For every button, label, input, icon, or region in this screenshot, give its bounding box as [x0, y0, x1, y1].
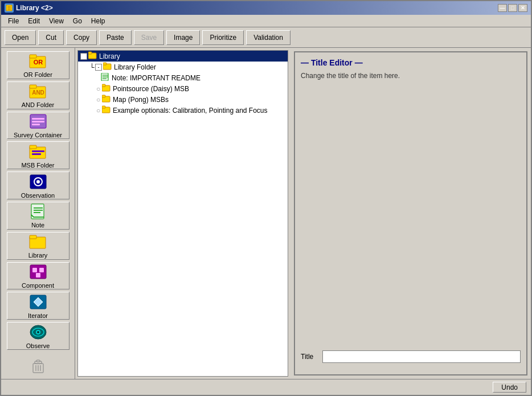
- menu-go[interactable]: Go: [68, 16, 87, 26]
- title-editor-description: Change the title of the item here.: [301, 72, 521, 80]
- window-controls: — □ ✕: [498, 4, 527, 12]
- msb-folder-label: MSB Folder: [21, 162, 54, 169]
- survey-container-button[interactable]: Survey Container: [7, 112, 69, 140]
- copy-button[interactable]: Copy: [66, 30, 97, 45]
- svg-rect-38: [36, 360, 40, 362]
- tree-panel[interactable]: - Library └ - Library Folder No: [77, 50, 288, 377]
- menu-file[interactable]: File: [3, 16, 23, 26]
- iterator-icon: [29, 293, 47, 311]
- or-folder-button[interactable]: OR OR Folder: [7, 51, 69, 79]
- tree-item-label: Note: IMPORTANT README: [112, 74, 200, 82]
- minimize-button[interactable]: —: [498, 4, 507, 12]
- observation-button[interactable]: Observation: [7, 172, 69, 199]
- save-button[interactable]: Save: [134, 30, 164, 45]
- svg-rect-13: [32, 124, 40, 125]
- svg-text:OR: OR: [33, 59, 43, 66]
- library-root-expander[interactable]: -: [80, 53, 87, 60]
- library-root-icon: [88, 51, 97, 61]
- and-folder-button[interactable]: AND AND Folder: [7, 81, 69, 109]
- svg-rect-29: [39, 268, 44, 272]
- observation-icon: [29, 173, 47, 191]
- svg-rect-26: [30, 235, 36, 239]
- observe-label: Observe: [26, 342, 50, 349]
- toolbar: Open Cut Copy Paste Save Image Prioritiz…: [1, 27, 531, 48]
- title-field-row: Title: [301, 350, 521, 363]
- survey-container-label: Survey Container: [14, 132, 62, 138]
- window-title: Library <2>: [16, 4, 53, 12]
- component-button[interactable]: Component: [7, 262, 69, 290]
- tree-item-label: Map (Pong) MSBs: [113, 96, 169, 104]
- menu-view[interactable]: View: [44, 16, 68, 26]
- main-area: OR OR Folder AND AND Folder: [1, 48, 531, 379]
- iterator-button[interactable]: Iterator: [7, 292, 69, 320]
- note-label: Note: [31, 222, 44, 228]
- svg-rect-1: [7, 6, 11, 7]
- svg-rect-5: [30, 55, 36, 58]
- observe-icon: [29, 323, 47, 341]
- library-folder-expander[interactable]: -: [95, 64, 102, 71]
- tree-item-label: Example optionals: Calibration, Pointing…: [113, 107, 268, 115]
- tree-item-library-folder[interactable]: └ - Library Folder: [78, 62, 288, 72]
- svg-rect-45: [103, 63, 107, 65]
- tree-item-library-root[interactable]: - Library: [78, 51, 288, 62]
- library-folder-icon: [103, 62, 112, 72]
- tree-item-pointsource[interactable]: ○ Pointsource (Daisy) MSB: [78, 83, 288, 94]
- title-bar: Library <2> — □ ✕: [1, 1, 531, 15]
- svg-rect-2: [7, 8, 11, 9]
- component-icon: [29, 263, 47, 281]
- svg-point-35: [37, 331, 39, 333]
- component-label: Component: [22, 282, 54, 289]
- msb-folder-button[interactable]: MSB Folder: [7, 141, 69, 169]
- title-input[interactable]: [322, 350, 521, 363]
- library-icon: [29, 232, 47, 251]
- svg-rect-43: [88, 52, 92, 54]
- menu-bar: File Edit View Go Help: [1, 15, 531, 27]
- svg-rect-16: [32, 150, 44, 152]
- observe-button[interactable]: Observe: [7, 322, 69, 350]
- iterator-label: Iterator: [28, 312, 48, 319]
- validation-button[interactable]: Validation: [246, 30, 290, 45]
- survey-container-icon: [29, 112, 47, 130]
- title-editor-heading: — Title Editor —: [301, 58, 521, 67]
- svg-rect-30: [36, 273, 40, 277]
- undo-button[interactable]: Undo: [493, 382, 526, 393]
- or-folder-icon: OR: [29, 52, 47, 70]
- msb-folder-icon: [29, 142, 47, 161]
- tree-bullet: ○: [96, 96, 102, 104]
- pointsource-icon: [102, 84, 111, 93]
- tree-item-map-pong[interactable]: ○ Map (Pong) MSBs: [78, 94, 288, 105]
- menu-help[interactable]: Help: [87, 16, 110, 26]
- open-button[interactable]: Open: [5, 30, 36, 45]
- paste-button[interactable]: Paste: [99, 30, 132, 45]
- app-icon: [5, 3, 14, 13]
- tree-item-note-readme[interactable]: Note: IMPORTANT README: [78, 72, 288, 83]
- tree-item-label: Library: [99, 52, 120, 60]
- example-optionals-icon: [102, 105, 111, 115]
- close-button[interactable]: ✕: [518, 4, 527, 12]
- note-button[interactable]: Note: [7, 202, 69, 230]
- sidebar: OR OR Folder AND AND Folder: [1, 48, 75, 379]
- trash-icon: [30, 352, 46, 375]
- right-panel: — Title Editor — Change the title of the…: [290, 48, 531, 379]
- cut-button[interactable]: Cut: [38, 30, 64, 45]
- menu-edit[interactable]: Edit: [23, 16, 44, 26]
- maximize-button[interactable]: □: [508, 4, 517, 12]
- tree-item-label: Pointsource (Daisy) MSB: [113, 85, 189, 93]
- image-button[interactable]: Image: [166, 30, 200, 45]
- svg-rect-12: [32, 121, 44, 123]
- main-window: Library <2> — □ ✕ File Edit View Go Help…: [0, 0, 532, 396]
- prioritize-button[interactable]: Prioritize: [202, 30, 244, 45]
- svg-rect-8: [30, 85, 36, 88]
- title-editor-box: — Title Editor — Change the title of the…: [294, 51, 527, 375]
- library-button[interactable]: Library: [7, 232, 69, 260]
- tree-bullet: ○: [96, 85, 102, 93]
- svg-rect-11: [32, 118, 44, 120]
- svg-rect-51: [102, 84, 105, 87]
- note-readme-icon: [101, 73, 110, 83]
- svg-point-20: [36, 180, 40, 183]
- tree-item-example-optionals[interactable]: ○ Example optionals: Calibration, Pointi…: [78, 105, 288, 116]
- map-pong-icon: [102, 95, 111, 104]
- title-label: Title: [301, 353, 318, 361]
- note-icon: [29, 202, 47, 221]
- or-folder-label: OR Folder: [23, 71, 52, 78]
